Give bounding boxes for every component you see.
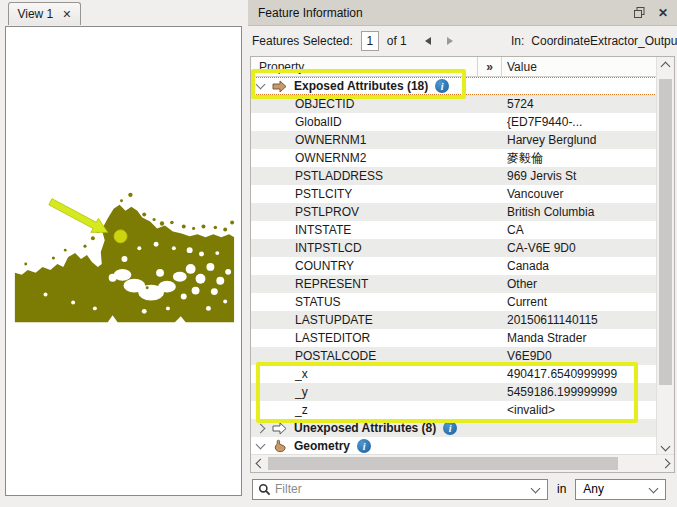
tab-view-1-label: View 1 (17, 7, 53, 21)
value-column-header[interactable]: Value (502, 60, 657, 74)
info-icon[interactable]: i (443, 421, 457, 435)
info-icon[interactable]: i (435, 79, 449, 93)
collapse-chevron-icon[interactable] (256, 80, 266, 90)
property-value: 5459186.199999999 (502, 385, 657, 399)
horizontal-scrollbar-thumb[interactable] (268, 457, 618, 470)
attribute-row[interactable]: POSTALCODEV6E9D0 (251, 347, 657, 365)
close-icon: ✕ (658, 6, 668, 20)
property-value: 麥毅倫 (502, 150, 657, 167)
property-name: OWNERNM1 (251, 133, 502, 147)
property-value: Current (502, 295, 657, 309)
property-name: LASTUPDATE (251, 313, 502, 327)
filter-bar: in Any (250, 477, 675, 501)
attribute-row[interactable]: _z<invalid> (251, 401, 657, 419)
filter-dropdown-chevron-icon[interactable] (531, 483, 541, 493)
attribute-row[interactable]: PSTLPROVBritish Columbia (251, 203, 657, 221)
feature-information-panel: Feature Information ✕ Features Selected:… (248, 0, 677, 507)
property-value: CA (502, 223, 657, 237)
tab-close-icon[interactable]: ✕ (62, 9, 71, 20)
filter-scope-dropdown[interactable]: Any (575, 479, 666, 500)
property-name: COUNTRY (251, 259, 502, 273)
float-panel-button[interactable] (629, 3, 649, 22)
collapse-chevron-icon[interactable] (256, 440, 266, 450)
attribute-row[interactable]: INTPSTLCDCA-V6E 9D0 (251, 239, 657, 257)
feature-type-name: CoordinateExtractor_Output (531, 34, 677, 48)
property-value: 5724 (502, 97, 657, 111)
property-value: 490417.6540999999 (502, 367, 657, 381)
previous-feature-icon[interactable] (425, 37, 431, 45)
tree-rows: Exposed Attributes (18)iOBJECTID5724Glob… (251, 77, 657, 455)
feature-selection-toolbar: Features Selected: 1 of 1 In: Coordinate… (248, 26, 677, 55)
filter-in-label: in (557, 482, 566, 496)
attribute-row[interactable]: PSTLCITYVancouver (251, 185, 657, 203)
attribute-row[interactable]: LASTUPDATE20150611140115 (251, 311, 657, 329)
attribute-row[interactable]: LASTEDITORManda Strader (251, 329, 657, 347)
scroll-left-icon[interactable] (251, 456, 266, 471)
group-row-exposed[interactable]: Exposed Attributes (18)i (251, 77, 657, 95)
group-row-unexposed[interactable]: Unexposed Attributes (8)i (251, 419, 657, 437)
attribute-row[interactable]: OWNERNM2麥毅倫 (251, 149, 657, 167)
property-name: OWNERNM2 (251, 151, 502, 165)
filter-input[interactable] (271, 482, 528, 496)
vertical-scrollbar-thumb[interactable] (659, 79, 672, 385)
property-name: PSTLCITY (251, 187, 502, 201)
info-icon[interactable]: i (357, 439, 371, 453)
property-value: Canada (502, 259, 657, 273)
property-column-header[interactable]: Property (251, 57, 478, 76)
scroll-down-icon[interactable] (658, 440, 673, 455)
property-value: Vancouver (502, 187, 657, 201)
attribute-row[interactable]: _y5459186.199999999 (251, 383, 657, 401)
feature-source: In: CoordinateExtractor_Output (511, 34, 677, 48)
attribute-row[interactable]: STATUSCurrent (251, 293, 657, 311)
property-value: Manda Strader (502, 331, 657, 345)
horizontal-scrollbar[interactable] (251, 454, 674, 472)
property-value: V6E9D0 (502, 349, 657, 363)
unexposed-attributes-icon (272, 421, 287, 436)
filter-scope-value: Any (576, 482, 646, 496)
property-name: GlobalID (251, 115, 502, 129)
selected-feature-marker[interactable] (114, 230, 127, 243)
tab-view-1[interactable]: View 1 ✕ (8, 2, 81, 25)
attribute-row[interactable]: OWNERNM1Harvey Berglund (251, 131, 657, 149)
property-value: Harvey Berglund (502, 133, 657, 147)
property-name: _z (251, 403, 502, 417)
attribute-row[interactable]: OBJECTID5724 (251, 95, 657, 113)
property-value: 20150611140115 (502, 313, 657, 327)
attribute-row[interactable]: _x490417.6540999999 (251, 365, 657, 383)
close-panel-button[interactable]: ✕ (653, 3, 673, 22)
features-selected-label: Features Selected: (252, 34, 353, 48)
feature-index-input[interactable]: 1 (361, 31, 379, 51)
more-columns-icon[interactable]: » (478, 57, 502, 76)
property-table-content: Property » Value Exposed Attributes (18)… (251, 57, 657, 455)
property-name: OBJECTID (251, 97, 502, 111)
float-window-icon (633, 6, 646, 19)
group-row-geometry[interactable]: Geometryi (251, 437, 657, 455)
table-header-row: Property » Value (251, 57, 657, 77)
property-value: CA-V6E 9D0 (502, 241, 657, 255)
attribute-row[interactable]: PSTLADDRESS969 Jervis St (251, 167, 657, 185)
property-name: PSTLPROV (251, 205, 502, 219)
expand-chevron-icon[interactable] (256, 423, 266, 433)
attribute-row[interactable]: GlobalID{ED7F9440-... (251, 113, 657, 131)
attribute-row[interactable]: COUNTRYCanada (251, 257, 657, 275)
property-name: REPRESENT (251, 277, 502, 291)
attribute-row[interactable]: REPRESENTOther (251, 275, 657, 293)
point-cloud-blob (15, 193, 234, 323)
property-name: STATUS (251, 295, 502, 309)
next-feature-icon[interactable] (447, 37, 453, 45)
map-view-canvas[interactable] (5, 26, 242, 496)
filter-combobox[interactable] (252, 479, 548, 500)
panel-header: Feature Information ✕ (248, 0, 677, 26)
application-window: View 1 ✕ (0, 0, 677, 507)
group-label: Exposed Attributes (18) (294, 79, 428, 93)
scope-dropdown-chevron-icon[interactable] (649, 483, 659, 493)
exposed-attributes-icon (272, 79, 287, 94)
vertical-scrollbar[interactable] (656, 57, 674, 455)
scroll-right-icon[interactable] (659, 456, 674, 471)
property-table: Property » Value Exposed Attributes (18)… (250, 56, 675, 473)
scroll-up-icon[interactable] (658, 57, 673, 72)
attribute-row[interactable]: INTSTATECA (251, 221, 657, 239)
property-name: INTSTATE (251, 223, 502, 237)
property-name: PSTLADDRESS (251, 169, 502, 183)
group-label: Unexposed Attributes (8) (294, 421, 436, 435)
